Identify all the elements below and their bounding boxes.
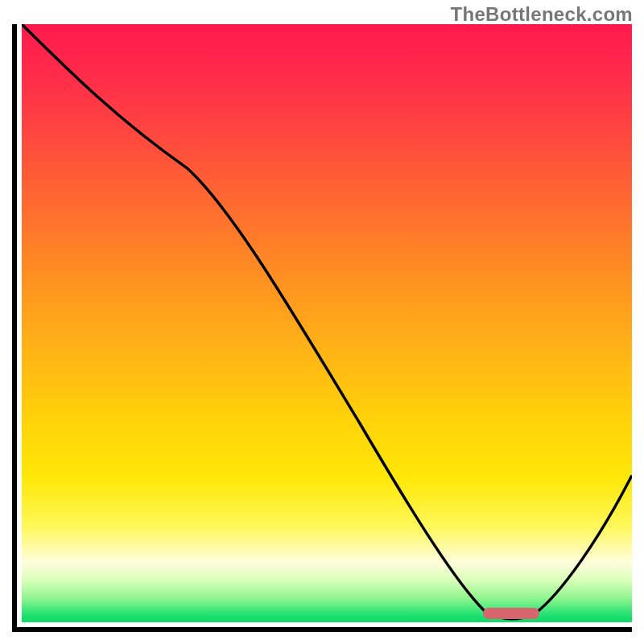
plot-area bbox=[22, 24, 632, 622]
plot-axes bbox=[12, 24, 632, 632]
watermark-text: TheBottleneck.com bbox=[451, 3, 633, 26]
chart-container: TheBottleneck.com bbox=[0, 0, 644, 644]
optimal-marker bbox=[483, 608, 539, 619]
curve-path bbox=[22, 24, 632, 619]
bottleneck-curve bbox=[22, 24, 632, 622]
